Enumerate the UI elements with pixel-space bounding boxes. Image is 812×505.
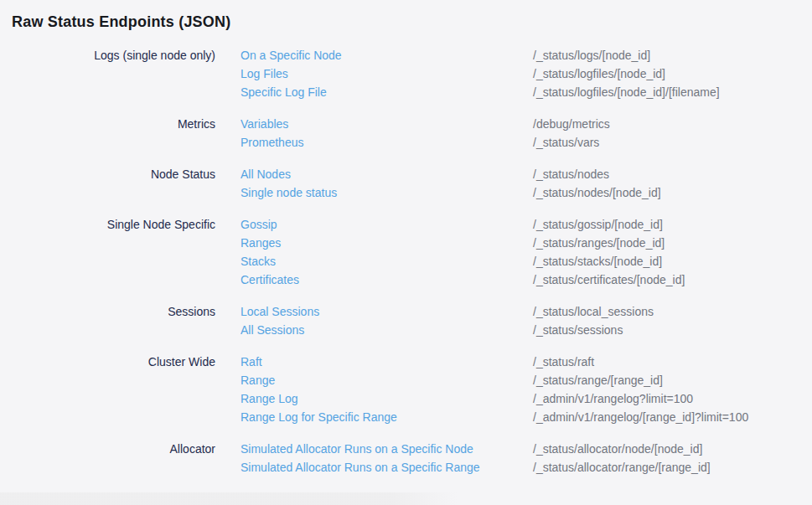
endpoints-table: Logs (single node only)On a Specific Nod… bbox=[0, 46, 812, 477]
endpoint-link[interactable]: All Sessions bbox=[240, 321, 304, 339]
endpoint-path: /_status/raft bbox=[533, 353, 812, 371]
endpoint-paths-column: /_status/logs/[node_id]/_status/logfiles… bbox=[533, 46, 812, 101]
endpoint-paths-column: /debug/metrics/_status/vars bbox=[533, 115, 812, 152]
endpoint-path: /debug/metrics bbox=[533, 115, 812, 133]
endpoint-link[interactable]: On a Specific Node bbox=[240, 46, 342, 64]
endpoint-links-column: GossipRangesStacksCertificates bbox=[240, 215, 533, 289]
endpoint-link[interactable]: Range bbox=[240, 371, 275, 389]
endpoint-links-column: Local SessionsAll Sessions bbox=[240, 302, 533, 339]
category-label: Sessions bbox=[0, 302, 240, 339]
endpoint-group: AllocatorSimulated Allocator Runs on a S… bbox=[0, 440, 812, 477]
endpoint-group: Cluster WideRaftRangeRange LogRange Log … bbox=[0, 353, 812, 426]
category-label: Cluster Wide bbox=[0, 353, 240, 426]
endpoint-path: /_status/range/[range_id] bbox=[533, 371, 812, 389]
category-label: Single Node Specific bbox=[0, 215, 240, 289]
endpoint-path: /_status/certificates/[node_id] bbox=[533, 271, 812, 289]
category-label: Logs (single node only) bbox=[0, 46, 240, 101]
endpoint-link[interactable]: Log Files bbox=[240, 64, 288, 83]
endpoint-path: /_status/ranges/[node_id] bbox=[533, 234, 812, 252]
endpoint-path: /_status/sessions bbox=[533, 321, 812, 339]
endpoint-links-column: RaftRangeRange LogRange Log for Specific… bbox=[240, 353, 533, 426]
endpoint-group: Single Node SpecificGossipRangesStacksCe… bbox=[0, 215, 812, 289]
endpoint-group: MetricsVariablesPrometheus/debug/metrics… bbox=[0, 115, 812, 152]
endpoint-group: Node StatusAll NodesSingle node status/_… bbox=[0, 165, 812, 202]
endpoint-group: Logs (single node only)On a Specific Nod… bbox=[0, 46, 812, 101]
endpoint-paths-column: /_status/raft/_status/range/[range_id]/_… bbox=[533, 353, 812, 426]
endpoint-path: /_status/allocator/range/[range_id] bbox=[533, 458, 812, 477]
endpoint-path: /_status/gossip/[node_id] bbox=[533, 215, 812, 234]
endpoint-paths-column: /_status/nodes/_status/nodes/[node_id] bbox=[533, 165, 812, 202]
endpoint-link[interactable]: Variables bbox=[240, 115, 288, 133]
endpoint-link[interactable]: Ranges bbox=[240, 234, 281, 252]
endpoint-path: /_status/stacks/[node_id] bbox=[533, 252, 812, 271]
endpoint-paths-column: /_status/local_sessions/_status/sessions bbox=[533, 302, 812, 339]
endpoint-path: /_status/logs/[node_id] bbox=[533, 46, 812, 64]
endpoint-links-column: Simulated Allocator Runs on a Specific N… bbox=[240, 440, 533, 477]
endpoint-link[interactable]: Simulated Allocator Runs on a Specific N… bbox=[240, 440, 473, 458]
endpoint-path: /_admin/v1/rangelog/[range_id]?limit=100 bbox=[533, 408, 812, 426]
endpoint-links-column: VariablesPrometheus bbox=[240, 115, 533, 152]
below-fold-panel-edge bbox=[0, 492, 458, 505]
endpoint-link[interactable]: Gossip bbox=[240, 215, 277, 234]
category-label: Allocator bbox=[0, 440, 240, 477]
category-label: Metrics bbox=[0, 115, 240, 152]
debug-endpoints-page: Raw Status Endpoints (JSON) Logs (single… bbox=[0, 0, 812, 477]
endpoint-path: /_status/logfiles/[node_id]/[filename] bbox=[533, 83, 812, 101]
endpoint-path: /_status/nodes bbox=[533, 165, 812, 183]
endpoint-link[interactable]: Stacks bbox=[240, 252, 276, 271]
endpoint-links-column: On a Specific NodeLog FilesSpecific Log … bbox=[240, 46, 533, 101]
endpoint-path: /_status/vars bbox=[533, 133, 812, 152]
endpoint-link[interactable]: Certificates bbox=[240, 271, 299, 289]
endpoint-links-column: All NodesSingle node status bbox=[240, 165, 533, 202]
category-label: Node Status bbox=[0, 165, 240, 202]
endpoint-link[interactable]: Raft bbox=[240, 353, 262, 371]
endpoint-path: /_status/local_sessions bbox=[533, 302, 812, 321]
endpoint-path: /_status/logfiles/[node_id] bbox=[533, 64, 812, 83]
endpoint-link[interactable]: Specific Log File bbox=[240, 83, 327, 101]
endpoint-path: /_status/nodes/[node_id] bbox=[533, 183, 812, 202]
endpoint-link[interactable]: Local Sessions bbox=[240, 302, 319, 321]
endpoint-path: /_status/allocator/node/[node_id] bbox=[533, 440, 812, 458]
page-title: Raw Status Endpoints (JSON) bbox=[0, 0, 812, 33]
endpoint-link[interactable]: Range Log bbox=[240, 389, 298, 408]
endpoint-link[interactable]: Prometheus bbox=[240, 133, 303, 152]
endpoint-group: SessionsLocal SessionsAll Sessions/_stat… bbox=[0, 302, 812, 339]
endpoint-link[interactable]: Single node status bbox=[240, 183, 337, 202]
endpoint-link[interactable]: Simulated Allocator Runs on a Specific R… bbox=[240, 458, 480, 477]
endpoint-link[interactable]: Range Log for Specific Range bbox=[240, 408, 397, 426]
endpoint-paths-column: /_status/allocator/node/[node_id]/_statu… bbox=[533, 440, 812, 477]
endpoint-link[interactable]: All Nodes bbox=[240, 165, 291, 183]
endpoint-path: /_admin/v1/rangelog?limit=100 bbox=[533, 389, 812, 408]
endpoint-paths-column: /_status/gossip/[node_id]/_status/ranges… bbox=[533, 215, 812, 289]
